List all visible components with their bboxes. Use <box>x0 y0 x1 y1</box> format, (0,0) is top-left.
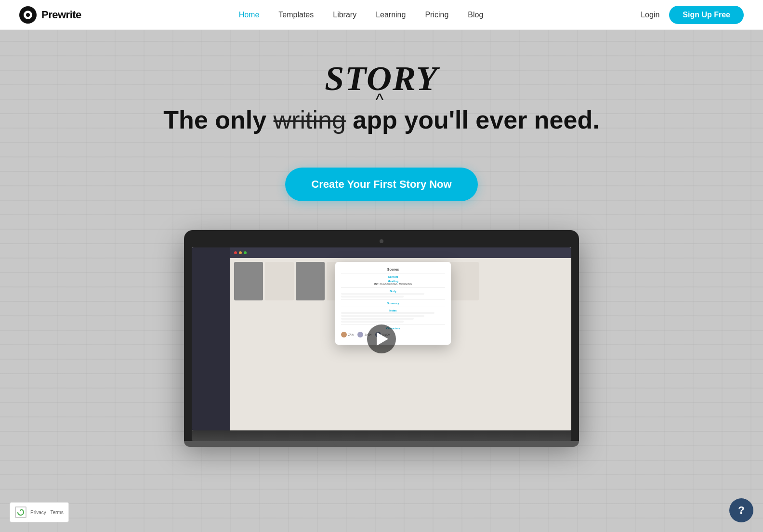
cta-button[interactable]: Create Your First Story Now <box>285 168 477 201</box>
headline-suffix: app you'll ever need. <box>346 106 600 134</box>
screen-card-3 <box>296 262 325 300</box>
logo-icon <box>19 6 37 24</box>
recaptcha-badge: Privacy - Terms <box>10 502 69 522</box>
close-dot <box>234 251 237 254</box>
nav-item-home[interactable]: Home <box>239 11 260 19</box>
logo-text: Prewrite <box>41 9 81 21</box>
nav-right: Login Sign Up Free <box>641 6 744 24</box>
nav-item-learning[interactable]: Learning <box>376 11 406 19</box>
navbar: Prewrite Home Templates Library Learning… <box>0 0 763 30</box>
nav-item-blog[interactable]: Blog <box>468 11 483 19</box>
hero-section: STORY ^ The only writing app you'll ever… <box>0 30 763 532</box>
modal-scene-value: INT. CLASSROOM - MORNING <box>341 283 445 285</box>
nav-item-library[interactable]: Library <box>333 11 356 19</box>
modal-notes-line-3 <box>341 318 414 320</box>
signup-button[interactable]: Sign Up Free <box>669 6 744 24</box>
headline-strikethrough: writing <box>274 106 346 134</box>
modal-divider-2 <box>341 287 445 288</box>
modal-notes-line-2 <box>341 315 424 317</box>
laptop-base <box>192 430 571 441</box>
laptop-camera-bar <box>192 238 571 245</box>
recaptcha-icon <box>17 509 24 516</box>
modal-divider-4 <box>341 307 445 307</box>
nav-links: Home Templates Library Learning Pricing … <box>239 11 484 19</box>
hero-title-wrapper: STORY ^ The only writing app you'll ever… <box>163 59 599 134</box>
nav-item-templates[interactable]: Templates <box>278 11 314 19</box>
modal-summary-label: Summary <box>341 302 445 305</box>
nav-item-pricing[interactable]: Pricing <box>425 11 448 19</box>
modal-body-section: Body <box>341 290 445 298</box>
recaptcha-label: Privacy - Terms <box>30 510 64 515</box>
char-1-avatar <box>341 332 347 337</box>
screen-sidebar <box>192 247 230 430</box>
screen-card-1 <box>234 262 263 300</box>
screen-app: Scenes Content Heading INT. CLASSROOM - … <box>192 247 571 430</box>
modal-chars-label: Characters <box>341 327 445 330</box>
laptop-outer: Scenes Content Heading INT. CLASSROOM - … <box>184 230 579 441</box>
modal-summary-section: Summary <box>341 302 445 305</box>
modal-heading-section: Heading INT. CLASSROOM - MORNING <box>341 280 445 285</box>
play-triangle-icon <box>377 332 388 346</box>
modal-divider-1 <box>341 273 445 273</box>
minimize-dot <box>239 251 242 254</box>
screen-content: Scenes Content Heading INT. CLASSROOM - … <box>192 247 571 430</box>
modal-divider-3 <box>341 299 445 300</box>
logo-link[interactable]: Prewrite <box>19 6 81 24</box>
login-link[interactable]: Login <box>641 11 659 19</box>
screen-card-8 <box>450 262 479 300</box>
modal-content-label: Content <box>341 275 445 278</box>
headline-prefix: The only <box>163 106 273 134</box>
recaptcha-checkbox[interactable] <box>15 506 26 518</box>
modal-divider-5 <box>341 324 445 325</box>
laptop-mockup: Scenes Content Heading INT. CLASSROOM - … <box>184 230 579 447</box>
modal-notes-line-1 <box>341 312 434 314</box>
modal-body-line-2 <box>341 296 404 298</box>
modal-title: Scenes <box>341 268 445 271</box>
maximize-dot <box>244 251 247 254</box>
modal-notes-line-4 <box>341 321 404 323</box>
char-1: ZAIA <box>341 332 354 337</box>
laptop-camera <box>380 239 383 243</box>
screen-card-2 <box>265 262 294 300</box>
char-2-avatar <box>357 332 363 337</box>
hero-content: STORY ^ The only writing app you'll ever… <box>163 59 599 447</box>
hero-headline: The only writing app you'll ever need. <box>163 106 599 134</box>
modal-body-line-1 <box>341 293 424 295</box>
play-button[interactable] <box>367 324 396 353</box>
help-button[interactable]: ? <box>729 498 753 522</box>
screen-topbar <box>230 247 571 258</box>
laptop-screen: Scenes Content Heading INT. CLASSROOM - … <box>192 247 571 430</box>
modal-content-section: Content <box>341 275 445 278</box>
char-1-name: ZAIA <box>348 333 354 336</box>
modal-notes-section: Notes <box>341 309 445 323</box>
